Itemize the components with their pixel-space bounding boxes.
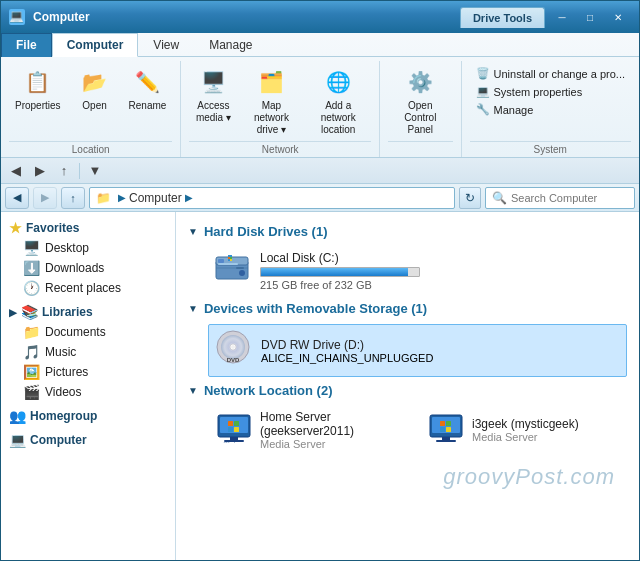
manage-icon: 🔧	[476, 103, 490, 116]
qa-up-button[interactable]: ↑	[53, 161, 75, 181]
tab-manage[interactable]: Manage	[194, 33, 267, 57]
svg-rect-10	[228, 259, 230, 261]
sidebar-item-videos[interactable]: 🎬 Videos	[1, 382, 175, 402]
svg-rect-20	[234, 421, 239, 426]
sidebar-header-favorites[interactable]: ★ Favorites	[1, 218, 175, 238]
network-item-i3geek[interactable]: i3geek (mysticgeek) Media Server	[420, 406, 620, 454]
local-disk-name: Local Disk (C:)	[260, 251, 420, 265]
desktop-label: Desktop	[45, 241, 89, 255]
search-box[interactable]: 🔍	[485, 187, 635, 209]
system-props-label: System properties	[494, 86, 583, 98]
control-panel-icon: ⚙️	[404, 66, 436, 98]
svg-rect-2	[218, 259, 224, 263]
documents-icon: 📁	[23, 324, 39, 340]
svg-rect-11	[230, 259, 232, 261]
svg-rect-32	[446, 427, 451, 432]
tab-computer[interactable]: Computer	[52, 33, 139, 57]
forward-button[interactable]: ▶	[33, 187, 57, 209]
network-buttons: 🖥️ Accessmedia ▾ 🗂️ Map networkdrive ▾ 🌐…	[189, 63, 371, 139]
window-title: Computer	[29, 10, 456, 24]
add-network-label: Add a networklocation	[311, 100, 365, 136]
drive-tools-tab[interactable]: Drive Tools	[460, 7, 545, 28]
hard-disk-title: Hard Disk Drives (1)	[204, 224, 328, 239]
network-title: Network Location (2)	[204, 383, 333, 398]
system-props-button[interactable]: 💻 System properties	[470, 83, 631, 100]
favorites-star-icon: ★	[9, 220, 22, 236]
uninstall-button[interactable]: 🗑️ Uninstall or change a pro...	[470, 65, 631, 82]
svg-rect-5	[216, 267, 248, 269]
uninstall-icon: 🗑️	[476, 67, 490, 80]
local-disk-item[interactable]: Local Disk (C:) 215 GB free of 232 GB	[208, 247, 627, 295]
ribbon-tab-bar: File Computer View Manage	[1, 33, 639, 57]
maximize-button[interactable]: □	[577, 8, 603, 26]
open-icon: 📂	[79, 66, 111, 98]
address-chevron2: ▶	[185, 192, 193, 203]
music-icon: 🎵	[23, 344, 39, 360]
close-button[interactable]: ✕	[605, 8, 631, 26]
refresh-button[interactable]: ↻	[459, 187, 481, 209]
homeserver-sublabel: Media Server	[260, 438, 400, 450]
properties-button[interactable]: 📋 Properties	[9, 63, 67, 115]
removable-title: Devices with Removable Storage (1)	[204, 301, 427, 316]
svg-rect-34	[436, 440, 456, 442]
svg-rect-33	[442, 437, 450, 440]
homegroup-icon: 👥	[9, 408, 26, 424]
manage-button[interactable]: 🔧 Manage	[470, 101, 631, 118]
sidebar-item-pictures[interactable]: 🖼️ Pictures	[1, 362, 175, 382]
svg-text:DVD: DVD	[227, 357, 240, 363]
sidebar-item-recent[interactable]: 🕐 Recent places	[1, 278, 175, 298]
i3geek-icon	[428, 413, 464, 448]
map-drive-button[interactable]: 🗂️ Map networkdrive ▾	[241, 63, 301, 139]
svg-text:Windows: Windows	[224, 441, 245, 443]
dvd-name: DVD RW Drive (D:)	[261, 338, 433, 352]
add-network-button[interactable]: 🌐 Add a networklocation	[305, 63, 371, 139]
sidebar-section-favorites: ★ Favorites 🖥️ Desktop ⬇️ Downloads 🕐 Re…	[1, 218, 175, 298]
minimize-button[interactable]: ─	[549, 8, 575, 26]
sidebar-item-desktop[interactable]: 🖥️ Desktop	[1, 238, 175, 258]
back-button[interactable]: ◀	[5, 187, 29, 209]
svg-rect-6	[218, 263, 238, 265]
qa-forward-button[interactable]: ▶	[29, 161, 51, 181]
sidebar-item-downloads[interactable]: ⬇️ Downloads	[1, 258, 175, 278]
address-path[interactable]: 📁 ▶ Computer ▶	[89, 187, 455, 209]
search-input[interactable]	[511, 192, 640, 204]
homegroup-label: Homegroup	[30, 409, 97, 423]
properties-icon: 📋	[22, 66, 54, 98]
tab-view[interactable]: View	[138, 33, 194, 57]
ribbon-group-system: 🗑️ Uninstall or change a pro... 💻 System…	[462, 61, 639, 157]
downloads-icon: ⬇️	[23, 260, 39, 276]
videos-icon: 🎬	[23, 384, 39, 400]
network-item-homeserver[interactable]: Windows Media Player Home Server (geekse…	[208, 406, 408, 454]
homeserver-icon: Windows Media Player	[216, 413, 252, 448]
recent-icon: 🕐	[23, 280, 39, 296]
qa-menu-button[interactable]: ▼	[84, 161, 106, 181]
sidebar-header-homegroup[interactable]: 👥 Homegroup	[1, 406, 175, 426]
qa-back-button[interactable]: ◀	[5, 161, 27, 181]
location-buttons: 📋 Properties 📂 Open ✏️ Rename	[9, 63, 172, 139]
sidebar-item-music[interactable]: 🎵 Music	[1, 342, 175, 362]
tab-file[interactable]: File	[1, 33, 52, 57]
dvd-icon: DVD	[215, 329, 251, 372]
removable-arrow: ▼	[188, 303, 198, 314]
network-arrow: ▼	[188, 385, 198, 396]
sidebar-header-libraries[interactable]: ▶ 📚 Libraries	[1, 302, 175, 322]
svg-rect-31	[440, 427, 445, 432]
file-area: ▼ Hard Disk Drives (1)	[176, 212, 639, 560]
control-panel-button[interactable]: ⚙️ Open ControlPanel	[388, 63, 453, 139]
dvd-item[interactable]: DVD DVD RW Drive (D:) ALICE_IN_CHAINS_UN…	[208, 324, 627, 377]
sidebar-header-computer[interactable]: 💻 Computer	[1, 430, 175, 450]
svg-rect-9	[230, 257, 232, 259]
hard-disk-section-header: ▼ Hard Disk Drives (1)	[188, 224, 627, 239]
uninstall-label: Uninstall or change a pro...	[494, 68, 625, 80]
access-media-button[interactable]: 🖥️ Accessmedia ▾	[189, 63, 237, 127]
system-group-label: System	[470, 141, 631, 157]
open-button[interactable]: 📂 Open	[71, 63, 119, 115]
network-group-label: Network	[189, 141, 371, 157]
sidebar-item-documents[interactable]: 📁 Documents	[1, 322, 175, 342]
homeserver-name: Home Server (geekserver2011)	[260, 410, 400, 438]
up-button[interactable]: ↑	[61, 187, 85, 209]
title-bar: 💻 Computer Drive Tools ─ □ ✕	[1, 1, 639, 33]
libraries-arrow: ▶	[9, 307, 17, 318]
rename-button[interactable]: ✏️ Rename	[123, 63, 173, 115]
network-grid: Windows Media Player Home Server (geekse…	[208, 406, 627, 454]
